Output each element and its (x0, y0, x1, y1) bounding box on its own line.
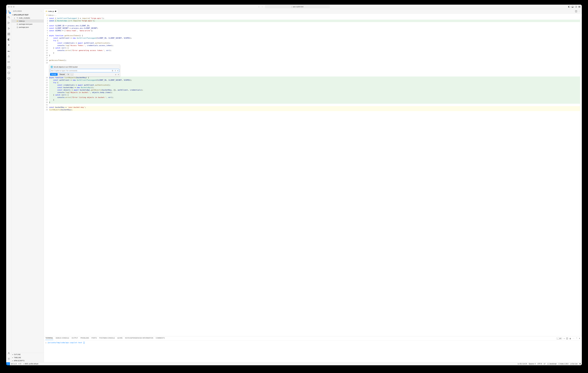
activity-bar: 1 a (6, 9, 11, 362)
activity-source-control[interactable] (7, 21, 10, 24)
tab-index-js[interactable]: JS index.js (44, 9, 58, 13)
activity-explorer[interactable]: 1 (7, 10, 10, 13)
svg-rect-1 (568, 6, 569, 7)
maximize-panel-icon[interactable]: ⌃ (576, 338, 577, 340)
sidebar-section-timeline[interactable]: ▸TIMELINE (11, 356, 44, 359)
breadcrumbs[interactable]: JS index.js › ... (44, 14, 582, 17)
status-language[interactable]: { }JavaScript (546, 363, 557, 365)
new-terminal-button[interactable]: + (564, 338, 565, 340)
bell-icon: 🔔︎ (579, 363, 581, 365)
minimap[interactable] (580, 17, 582, 336)
split-editor-icon[interactable] (575, 10, 577, 12)
regenerate-button[interactable]: ↻ (67, 73, 70, 76)
status-encoding[interactable]: UTF-8 (536, 363, 543, 365)
toggle-panel-icon[interactable] (572, 6, 574, 8)
sidebar-root-folder[interactable]: ▾ APS-COPILOT-TEST (11, 13, 44, 16)
file-package-json[interactable]: {}package.json (11, 26, 44, 29)
ports-icon: ⚟ (18, 363, 20, 365)
nav-forward-button[interactable]: → (262, 6, 263, 8)
terminal[interactable]: ○ /private/tmp/code/aps-copilot-test (44, 341, 582, 362)
activity-api[interactable]: API (7, 66, 10, 69)
sidebar-section-npm-scripts[interactable]: ▸NPM SCRIPTS (11, 359, 44, 362)
remote-button[interactable] (6, 362, 10, 365)
close-panel-icon[interactable]: ✕ (579, 338, 580, 340)
discard-button[interactable]: Discard (58, 73, 66, 76)
svg-rect-4 (575, 6, 577, 7)
svg-rect-8 (578, 7, 579, 7)
panel-tab-kiota-dependencies-information[interactable]: KIOTA DEPENDENCIES INFORMATION (125, 337, 153, 340)
activity-settings[interactable] (7, 357, 10, 360)
toggle-primary-sidebar-icon[interactable] (568, 6, 570, 8)
activity-item-12[interactable] (7, 71, 10, 75)
split-terminal-icon[interactable] (566, 338, 568, 339)
toggle-secondary-sidebar-icon[interactable] (575, 6, 577, 8)
activity-item-8[interactable] (7, 49, 10, 52)
panel-tab-debug-console[interactable]: DEBUG CONSOLE (56, 337, 69, 340)
close-window-button[interactable] (8, 6, 10, 8)
status-notifications[interactable]: 🔔︎ (578, 363, 582, 365)
code-editor[interactable]: 1234567891011121314151617181920212223242… (44, 17, 582, 336)
sidebar-sections: ▸OUTLINE▸TIMELINE▸NPM SCRIPTS (11, 353, 44, 362)
svg-point-12 (8, 23, 8, 24)
attach-icon[interactable]: 📎︎ (115, 70, 116, 72)
kill-terminal-icon[interactable]: 🗑︎ (569, 338, 571, 340)
zoom-window-button[interactable] (13, 6, 14, 8)
panel-tab-terminal[interactable]: TERMINAL (45, 337, 53, 340)
activity-azure[interactable] (7, 55, 10, 58)
status-cursor[interactable]: Ln 33, Col 24 (517, 363, 528, 365)
command-center-search[interactable]: ⌕ aps-copilot-test (265, 5, 330, 8)
sidebar-more-icon[interactable]: ⋯ (41, 10, 42, 12)
file-package-lock-json[interactable]: {}package-lock.json (11, 22, 44, 26)
traffic-lights (6, 6, 14, 8)
activity-run-debug[interactable] (7, 27, 10, 30)
mic-icon[interactable]: 🎤︎ (112, 70, 114, 72)
status-problems[interactable]: ⊘0 ⚠0 (10, 363, 17, 365)
folder-node_modules[interactable]: ▸📁︎node_modules (11, 16, 44, 20)
activity-mongodb[interactable] (7, 44, 10, 47)
activity-aws[interactable]: aws (7, 60, 10, 63)
svg-rect-14 (8, 33, 9, 34)
panel-tab-azure[interactable]: AZURE (117, 337, 123, 340)
search-icon: ⌕ (291, 6, 292, 8)
terminal-shell-selector[interactable]: ›_ zsh (556, 338, 562, 340)
sidebar-section-outline[interactable]: ▸OUTLINE (11, 353, 44, 356)
customize-layout-icon[interactable] (578, 6, 580, 8)
svg-rect-9 (579, 7, 580, 7)
editor-tabs: JS index.js ⋯ (44, 9, 582, 14)
panel-tab-postman-console[interactable]: POSTMAN CONSOLE (99, 337, 115, 340)
activity-extensions[interactable] (7, 33, 10, 35)
svg-rect-7 (579, 6, 580, 7)
activity-search[interactable] (7, 16, 10, 19)
more-button[interactable]: ⌄ (70, 73, 74, 76)
status-aws[interactable]: ✓AWS: profile:default (22, 363, 39, 365)
svg-rect-21 (8, 77, 10, 79)
status-eol[interactable]: LF (543, 363, 546, 365)
panel-tab-output[interactable]: OUTPUT (72, 337, 78, 340)
titlebar: ← → ⌕ aps-copilot-test (6, 5, 582, 9)
panel-tab-ports[interactable]: PORTS (92, 337, 97, 340)
minimize-window-button[interactable] (10, 6, 12, 8)
activity-accounts[interactable] (7, 352, 10, 355)
file-index-js[interactable]: JSindex.js (11, 20, 44, 22)
thumbs-up-icon[interactable]: 👍︎ (115, 74, 116, 75)
status-bar: ⊘0 ⚠0 ⚟0 ✓AWS: profile:default Ln 33, Co… (6, 362, 582, 365)
js-file-icon: JS (45, 10, 47, 12)
accept-button[interactable]: Accept (50, 73, 58, 76)
send-icon[interactable]: ➤ (117, 70, 118, 72)
sidebar-title: EXPLORER (13, 10, 22, 12)
thumbs-down-icon[interactable]: 👎︎ (117, 74, 119, 75)
status-kiota[interactable]: ⓘkiota 1.18.0 (557, 363, 569, 365)
nav-back-button[interactable]: ← (258, 6, 260, 8)
panel-tab-problems[interactable]: PROBLEMS (80, 337, 89, 340)
svg-point-22 (8, 352, 9, 353)
copilot-input[interactable] (51, 70, 112, 72)
panel-tab-comments[interactable]: COMMENTS (156, 337, 165, 340)
tab-more-icon[interactable]: ⋯ (578, 10, 580, 12)
status-ports[interactable]: ⚟0 (17, 363, 22, 365)
activity-item-13[interactable] (7, 77, 10, 80)
broadcast-icon: 📡︎ (570, 363, 572, 365)
panel-more-icon[interactable]: ⋯ (573, 338, 574, 340)
status-spaces[interactable]: Spaces: 4 (528, 363, 536, 365)
activity-item-6[interactable] (7, 38, 10, 41)
status-golive[interactable]: 📡︎Go Live (569, 363, 578, 365)
